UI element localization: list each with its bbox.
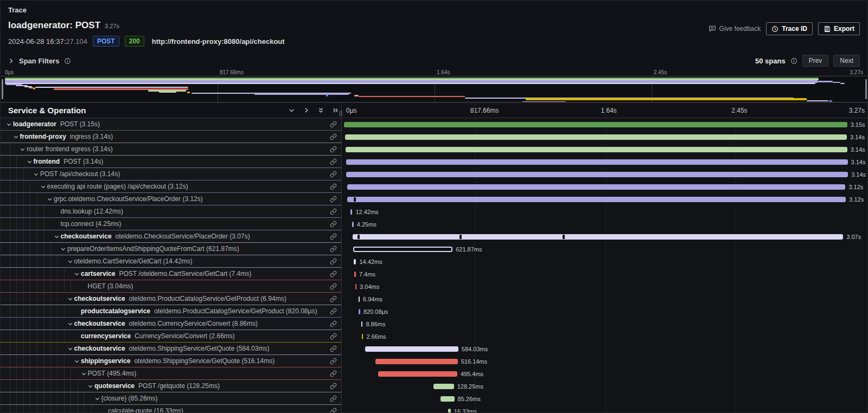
chevron-down-icon[interactable] bbox=[66, 346, 74, 352]
trace-minimap[interactable] bbox=[1, 76, 867, 102]
span-link-icon[interactable] bbox=[330, 145, 337, 155]
span-bar-cell[interactable]: 3.12s bbox=[342, 193, 867, 205]
span-bar-cell[interactable]: 2.66ms bbox=[342, 330, 867, 343]
span-name-cell[interactable]: shippingserviceoteldemo.ShippingService/… bbox=[1, 355, 341, 367]
span-link-icon[interactable] bbox=[330, 407, 337, 412]
span-name-cell[interactable]: {closure} (85.26ms) bbox=[1, 392, 341, 405]
span-bar[interactable] bbox=[350, 209, 353, 215]
span-bar-cell[interactable]: 12.42ms bbox=[342, 205, 867, 218]
span-name-cell[interactable]: checkoutserviceoteldemo.ShippingService/… bbox=[1, 343, 341, 355]
span-bar-cell[interactable]: 8.86ms bbox=[342, 318, 867, 330]
span-bar-cell[interactable]: 820.08μs bbox=[342, 305, 867, 318]
span-bar[interactable] bbox=[365, 346, 458, 352]
span-name-cell[interactable]: frontend-proxyingress (3.14s) bbox=[1, 131, 341, 143]
span-name-cell[interactable]: calculate-quote (16.33ms) bbox=[1, 405, 341, 412]
span-bar[interactable] bbox=[346, 147, 847, 152]
span-link-icon[interactable] bbox=[330, 307, 337, 317]
collapse-all-icon[interactable] bbox=[316, 106, 325, 115]
span-name-cell[interactable]: loadgeneratorPOST (3.15s) bbox=[1, 118, 341, 131]
span-bar-cell[interactable]: 14.42ms bbox=[342, 255, 867, 268]
span-link-icon[interactable] bbox=[330, 270, 337, 280]
span-bar-cell[interactable]: 3.07s bbox=[342, 230, 867, 243]
span-bar[interactable] bbox=[353, 234, 843, 240]
span-name-cell[interactable]: tcp.connect (4.25ms) bbox=[1, 218, 341, 230]
span-link-icon[interactable] bbox=[330, 158, 337, 167]
span-bar-cell[interactable]: 128.25ms bbox=[342, 380, 867, 392]
chevron-down-icon[interactable] bbox=[39, 184, 47, 190]
minimap-viewport-handle[interactable] bbox=[2, 79, 3, 99]
span-name-cell[interactable]: cartservicePOST /oteldemo.CartService/Ge… bbox=[1, 268, 341, 280]
span-bar-cell[interactable]: 3.14s bbox=[342, 168, 867, 180]
chevron-down-icon[interactable] bbox=[53, 234, 61, 240]
span-bar[interactable] bbox=[346, 172, 848, 177]
span-name-cell[interactable]: oteldemo.CartService/GetCart (14.42ms) bbox=[1, 255, 341, 268]
span-name-cell[interactable]: prepareOrderItemsAndShippingQuoteFromCar… bbox=[1, 243, 341, 255]
span-name-cell[interactable]: dns.lookup (12.42ms) bbox=[1, 205, 341, 218]
trace-id-button[interactable]: Trace ID bbox=[766, 22, 813, 35]
span-name-cell[interactable]: checkoutserviceoteldemo.CurrencyService/… bbox=[1, 318, 341, 330]
span-bar-cell[interactable]: 3.15s bbox=[342, 118, 867, 131]
span-bar[interactable] bbox=[361, 321, 363, 327]
span-link-icon[interactable] bbox=[330, 170, 337, 180]
span-bar[interactable] bbox=[362, 334, 363, 339]
span-bar-cell[interactable]: 3.14s bbox=[342, 156, 867, 168]
span-bar-cell[interactable]: 85.26ms bbox=[342, 392, 867, 405]
span-name-cell[interactable]: grpc.oteldemo.CheckoutService/PlaceOrder… bbox=[1, 193, 341, 205]
next-button[interactable]: Next bbox=[833, 55, 860, 67]
span-bar[interactable] bbox=[359, 296, 360, 302]
expand-all-icon[interactable] bbox=[331, 106, 340, 115]
chevron-down-icon[interactable] bbox=[5, 121, 13, 127]
span-bar-cell[interactable]: 584.03ms bbox=[342, 343, 867, 355]
span-bar[interactable] bbox=[433, 384, 454, 389]
chevron-down-icon[interactable] bbox=[25, 159, 34, 165]
span-link-icon[interactable] bbox=[330, 295, 337, 305]
span-link-icon[interactable] bbox=[330, 133, 337, 143]
span-bar-cell[interactable]: 4.25ms bbox=[342, 218, 867, 230]
span-bar[interactable] bbox=[352, 222, 354, 227]
prev-button[interactable]: Prev bbox=[802, 55, 829, 67]
span-bar[interactable] bbox=[378, 371, 457, 377]
panel-resize-handle[interactable]: || bbox=[341, 102, 342, 412]
span-name-cell[interactable]: router frontend egress (3.14s) bbox=[1, 143, 341, 156]
span-link-icon[interactable] bbox=[330, 345, 337, 354]
span-bar-cell[interactable]: 495.4ms bbox=[342, 367, 867, 380]
span-bar-cell[interactable]: 3.04ms bbox=[342, 280, 867, 293]
span-name-cell[interactable]: HGET (3.04ms) bbox=[1, 280, 341, 293]
span-link-icon[interactable] bbox=[330, 120, 337, 130]
span-link-icon[interactable] bbox=[330, 382, 337, 392]
span-filters-toggle[interactable]: Span Filters bbox=[8, 57, 71, 65]
span-name-cell[interactable]: POST (495.4ms) bbox=[1, 367, 341, 380]
chevron-down-icon[interactable] bbox=[32, 171, 40, 177]
span-bar-cell[interactable]: 3.14s bbox=[342, 143, 867, 156]
span-bar-cell[interactable]: 6.94ms bbox=[342, 293, 867, 305]
chevron-down-icon[interactable] bbox=[73, 358, 81, 364]
span-bar-cell[interactable]: 7.4ms bbox=[342, 268, 867, 280]
span-name-cell[interactable]: productcatalogserviceoteldemo.ProductCat… bbox=[1, 305, 341, 318]
span-bar[interactable] bbox=[359, 309, 360, 314]
span-name-cell[interactable]: checkoutserviceoteldemo.CheckoutService/… bbox=[1, 230, 341, 243]
give-feedback-link[interactable]: Give feedback bbox=[709, 25, 761, 33]
chevron-down-icon[interactable] bbox=[59, 246, 67, 252]
span-bar[interactable] bbox=[441, 396, 454, 402]
span-bar[interactable] bbox=[375, 359, 458, 364]
chevron-down-icon[interactable] bbox=[12, 134, 20, 140]
export-button[interactable]: Export bbox=[818, 22, 860, 35]
span-link-icon[interactable] bbox=[330, 395, 337, 404]
span-link-icon[interactable] bbox=[330, 257, 337, 267]
span-name-cell[interactable]: quoteservicePOST /getquote (128.25ms) bbox=[1, 380, 341, 392]
span-bar-cell[interactable]: 16.33ms bbox=[342, 405, 867, 412]
chevron-down-icon[interactable] bbox=[18, 146, 27, 152]
span-bar-cell[interactable]: 3.14s bbox=[342, 131, 867, 143]
span-link-icon[interactable] bbox=[330, 245, 337, 255]
span-link-icon[interactable] bbox=[330, 370, 337, 379]
span-bar[interactable] bbox=[347, 184, 846, 190]
span-link-icon[interactable] bbox=[330, 320, 337, 330]
chevron-down-icon[interactable] bbox=[66, 259, 74, 264]
span-bar[interactable] bbox=[345, 134, 847, 140]
chevron-down-icon[interactable] bbox=[80, 371, 88, 377]
chevron-down-icon[interactable] bbox=[93, 396, 101, 402]
chevron-down-icon[interactable] bbox=[46, 196, 54, 202]
span-bar[interactable] bbox=[347, 197, 846, 202]
span-bar[interactable] bbox=[448, 409, 451, 412]
span-link-icon[interactable] bbox=[330, 183, 337, 192]
